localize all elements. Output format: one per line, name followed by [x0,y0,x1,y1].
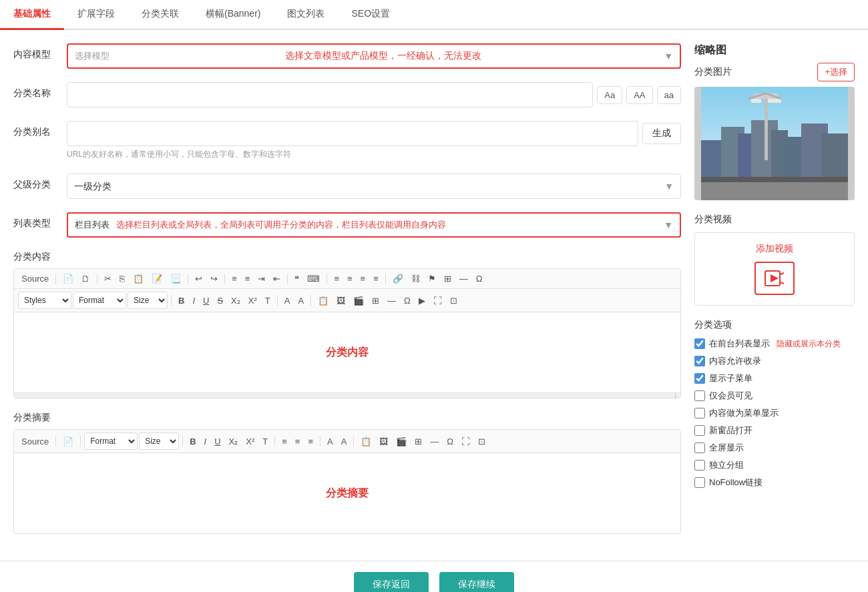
paste-btn[interactable]: 📋 [130,272,147,286]
cut-btn[interactable]: ✂ [101,272,115,286]
content-editor-resize[interactable]: ⟊ [14,392,680,398]
video-icon[interactable] [754,262,795,295]
align-justify-btn[interactable]: ≡ [370,272,382,286]
styles-dropdown[interactable]: Styles [18,292,71,309]
code-btn[interactable]: ⌨ [304,272,323,286]
bg-color-btn[interactable]: A [294,294,307,308]
strikethrough-btn[interactable]: S [214,294,226,308]
outdent-btn[interactable]: ⇤ [270,272,284,286]
save-continue-button[interactable]: 保存继续 [439,572,514,592]
list-type-select[interactable]: 栏目列表 选择栏目列表或全局列表，全局列表可调用子分类的内容，栏目列表仅能调用自… [67,212,681,238]
ol-btn[interactable]: ≡ [228,272,240,286]
summary-special-btn[interactable]: Ω [443,434,457,449]
generate-button[interactable]: 生成 [642,123,681,144]
subscript-btn[interactable]: X₂ [228,294,244,308]
summary-format-dropdown[interactable]: Format [84,432,138,450]
redo-btn[interactable]: ↪ [207,272,221,286]
summary-font-color-btn[interactable]: A [324,434,337,449]
tab-articles[interactable]: 图文列表 [274,0,338,30]
hr2-btn[interactable]: — [384,294,399,308]
summary-remove-format-btn[interactable]: T [259,434,271,449]
option-menu-item-checkbox[interactable] [694,408,705,418]
underline-btn[interactable]: U [200,294,212,308]
summary-source-btn[interactable]: Source [18,434,52,449]
summary-align-left-btn[interactable]: ≡ [278,434,290,449]
undo-btn[interactable]: ↩ [192,272,206,286]
special-char-btn[interactable]: Ω [473,272,486,286]
remove-format-btn[interactable]: T [262,294,274,308]
superscript-btn[interactable]: X² [245,294,260,308]
blockquote-btn[interactable]: ❝ [291,272,302,286]
unlink-btn[interactable]: ⛓ [408,272,423,286]
italic-btn[interactable]: I [189,294,198,308]
align-left-btn[interactable]: ≡ [331,272,343,286]
summary-align-center-btn[interactable]: ≡ [292,434,304,449]
option-show-frontend-checkbox[interactable] [694,338,705,349]
size-dropdown[interactable]: Size [128,292,168,309]
case-btn-lowercase[interactable]: aa [657,86,681,104]
case-btn-aa[interactable]: Aa [597,86,622,104]
summary-underline-btn[interactable]: U [211,434,224,449]
table-btn[interactable]: ⊞ [441,272,455,286]
font-color-btn[interactable]: A [281,294,294,308]
option-member-only-checkbox[interactable] [694,390,705,401]
summary-flash-btn[interactable]: 🎬 [393,434,410,449]
table2-btn[interactable]: ⊞ [369,294,383,308]
category-name-input[interactable] [67,82,593,107]
summary-size-dropdown[interactable]: Size [139,432,179,450]
fullscreen-btn[interactable]: ⛶ [430,294,445,308]
summary-bold-btn[interactable]: B [186,434,199,449]
summary-bg-color-btn[interactable]: A [338,434,351,449]
summary-paste-word-btn[interactable]: 📋 [357,434,375,449]
summary-fullscreen-btn[interactable]: ⛶ [458,434,473,449]
video-btn[interactable]: ▶ [415,294,429,308]
parent-category-select[interactable]: 一级分类 ▼ [67,174,681,199]
copy-btn[interactable]: ⎘ [116,272,128,286]
summary-new-page-btn[interactable]: 📄 [59,434,77,449]
paste-text-btn[interactable]: 📝 [148,272,166,286]
case-btn-AA[interactable]: AA [626,86,652,104]
option-show-sub-checkbox[interactable] [694,373,705,384]
summary-align-right-btn[interactable]: ≡ [304,434,316,449]
option-standalone-checkbox[interactable] [694,460,705,471]
option-allow-index-checkbox[interactable] [694,356,705,366]
indent-btn[interactable]: ⇥ [254,272,268,286]
summary-blocks-btn[interactable]: ⊡ [475,434,489,449]
new-page-btn[interactable]: 📄 [59,272,77,286]
thumbnail-select-button[interactable]: +选择 [817,63,855,81]
align-center-btn[interactable]: ≡ [344,272,356,286]
anchor-btn[interactable]: ⚑ [425,272,439,286]
template-btn[interactable]: 🗋 [78,272,93,286]
summary-italic-btn[interactable]: I [201,434,210,449]
option-fullscreen-checkbox[interactable] [694,442,705,453]
hr-btn[interactable]: — [456,272,471,286]
tab-extend[interactable]: 扩展字段 [64,0,128,30]
summary-image-btn[interactable]: 🖼 [376,434,391,449]
save-return-button[interactable]: 保存返回 [354,572,429,592]
image-btn[interactable]: 🖼 [333,294,349,308]
summary-subscript-btn[interactable]: X₂ [226,434,242,449]
special-char2-btn[interactable]: Ω [401,294,414,308]
show-blocks-btn[interactable]: ⊡ [447,294,461,308]
tab-category[interactable]: 分类关联 [128,0,192,30]
option-new-window-checkbox[interactable] [694,425,705,436]
option-nofollow-checkbox[interactable] [694,477,705,488]
link-btn[interactable]: 🔗 [389,272,407,286]
bold-btn[interactable]: B [175,294,188,308]
flash-btn[interactable]: 🎬 [350,294,367,308]
summary-hr-btn[interactable]: — [427,434,442,449]
format-dropdown[interactable]: Format [73,292,126,309]
summary-editor-body[interactable]: 分类摘要 [14,453,680,533]
category-alias-input[interactable] [67,121,638,146]
tab-seo[interactable]: SEO设置 [338,0,403,30]
content-model-select[interactable]: 选择模型 选择文章模型或产品模型，一经确认，无法更改 ▼ [67,43,681,69]
align-right-btn[interactable]: ≡ [357,272,369,286]
parent-category-dropdown[interactable]: 一级分类 [74,181,664,192]
summary-superscript-btn[interactable]: X² [242,434,258,449]
paste-from-word-btn2[interactable]: 📋 [314,294,332,308]
summary-table-btn[interactable]: ⊞ [411,434,425,449]
tab-basic[interactable]: 基础属性 [0,0,64,30]
paste-word-btn[interactable]: 📃 [167,272,184,286]
source-btn[interactable]: Source [18,272,52,286]
content-editor-body[interactable]: 分类内容 [14,312,680,392]
